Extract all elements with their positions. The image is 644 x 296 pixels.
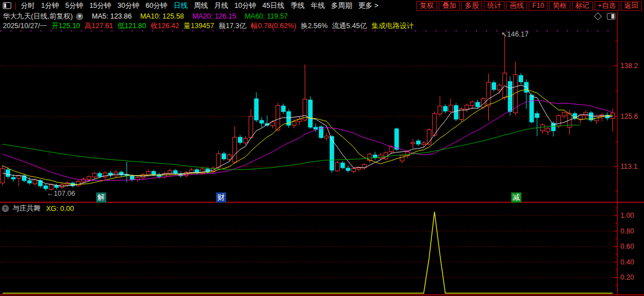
candle-body: [92, 173, 96, 177]
tdx-app: 分时1分钟5分钟15分钟30分钟60分钟日线周线月线10分钟45日线季线年线多周…: [0, 0, 644, 296]
ma-value-label: MA20: 126.15: [192, 12, 236, 20]
ma20-line: [3, 100, 613, 180]
candle-body: [260, 120, 264, 123]
candle-body: [217, 154, 220, 168]
candle-body: [6, 170, 10, 177]
action-button-画线[interactable]: 画线: [506, 1, 527, 11]
period-tab-更多 >[interactable]: 更多 >: [358, 1, 379, 11]
diamond-icon[interactable]: [594, 12, 602, 20]
candle-body: [222, 154, 226, 159]
candle-body: [519, 75, 523, 82]
period-tab-60分钟[interactable]: 60分钟: [146, 1, 168, 11]
candle-body: [584, 113, 588, 116]
candle-body: [254, 98, 258, 120]
period-tab-日线[interactable]: 日线: [174, 1, 188, 11]
window-layout-icon[interactable]: [3, 2, 11, 9]
price-axis-label: 0.80: [620, 227, 634, 235]
action-button-简框[interactable]: 简框: [550, 1, 570, 11]
info-item: 流通5.45亿: [332, 21, 367, 31]
period-tab-年线[interactable]: 年线: [310, 1, 325, 11]
symbol-header-row: 华大九天(日线,前复权) ▼ MA5: 123.86MA10: 125.58MA…: [3, 12, 288, 21]
candle-body: [454, 106, 458, 119]
candle-body: [146, 172, 150, 175]
watermark-badge: 解: [96, 192, 106, 203]
period-tab-10分钟[interactable]: 10分钟: [235, 1, 256, 11]
watermark-badge: 减: [511, 192, 521, 203]
candle-body: [17, 176, 21, 178]
candle-body: [281, 106, 285, 111]
candle-body: [335, 163, 339, 171]
action-button-多股[interactable]: 多股: [461, 1, 482, 11]
candle-body: [449, 105, 453, 111]
info-item: 额17.3亿: [219, 21, 246, 31]
period-tab-15分钟[interactable]: 15分钟: [89, 1, 111, 11]
candle-body: [11, 177, 15, 179]
action-button-F10[interactable]: F10: [529, 1, 548, 11]
candle-body: [82, 179, 85, 182]
header-corner-icons: [595, 13, 615, 20]
candlestick-chart-canvas[interactable]: [0, 0, 644, 296]
split-window-icon[interactable]: [607, 13, 615, 20]
watermark-badge: 财: [216, 192, 226, 203]
candle-body: [433, 114, 436, 136]
ma-values: MA5: 123.86MA10: 125.58MA20: 126.15MA60:…: [83, 12, 287, 20]
candle-body: [233, 137, 237, 162]
xg-indicator-line: [3, 212, 613, 293]
high-price-annotation: ↖146.17: [501, 30, 529, 38]
candle-body: [87, 177, 91, 180]
period-tab-30分钟[interactable]: 30分钟: [118, 1, 139, 11]
candle-body: [28, 181, 31, 183]
price-axis-label: 0.60: [620, 243, 634, 250]
period-tab-5分钟[interactable]: 5分钟: [65, 1, 83, 11]
chevron-down-icon[interactable]: ▼: [2, 205, 9, 212]
chevron-down-icon[interactable]: ▼: [76, 13, 83, 20]
candle-body: [195, 170, 199, 173]
candle-body: [497, 85, 501, 90]
candle-body: [530, 95, 534, 122]
price-axis-label: 113.1: [620, 163, 637, 171]
candle-body: [173, 171, 177, 173]
candle-body: [303, 99, 307, 120]
candle-body: [535, 114, 539, 118]
info-item: 2025/10/27/一: [3, 21, 47, 31]
info-item: 集成电路设计: [371, 21, 413, 31]
candle-body: [411, 142, 415, 143]
action-button-+自选[interactable]: +自选: [595, 1, 619, 11]
candle-body: [443, 106, 447, 111]
info-item: 收126.42: [151, 21, 179, 31]
period-tab-分时[interactable]: 分时: [21, 1, 35, 11]
ma60-line: [3, 125, 580, 169]
period-tab-1分钟[interactable]: 1分钟: [41, 1, 59, 11]
candle-body: [292, 122, 296, 125]
info-item: 高127.61: [84, 21, 113, 31]
candle-body: [227, 155, 231, 159]
candle-body: [76, 181, 80, 186]
price-axis-label: 0.20: [620, 273, 634, 281]
info-item: 量139457: [183, 21, 214, 31]
action-button-统计[interactable]: 统计: [484, 1, 505, 11]
candle-body: [238, 137, 242, 142]
period-tab-45日线[interactable]: 45日线: [263, 1, 285, 11]
candle-body: [33, 180, 37, 183]
candle-body: [249, 116, 253, 138]
period-tab-季线[interactable]: 季线: [290, 1, 304, 11]
candle-body: [271, 122, 274, 125]
info-item: 开125.10: [52, 21, 80, 31]
price-axis-label: 138.2: [620, 62, 638, 70]
action-button-叠加[interactable]: 叠加: [439, 1, 460, 11]
candle-body: [470, 102, 474, 105]
candle-body: [422, 143, 426, 145]
action-button-返回[interactable]: 返回: [621, 1, 642, 11]
ma10-line: [3, 89, 613, 185]
candle-body: [357, 168, 361, 169]
period-tab-月线[interactable]: 月线: [214, 1, 228, 11]
period-tab-周线[interactable]: 周线: [194, 1, 208, 11]
candle-body: [49, 185, 53, 190]
action-buttons: 复权叠加多股统计画线F10简框标记+自选返回: [415, 1, 644, 11]
candle-body: [400, 155, 404, 161]
candle-body: [352, 169, 355, 172]
action-button-标记[interactable]: 标记: [572, 1, 593, 11]
period-tab-多周期[interactable]: 多周期: [331, 1, 352, 11]
period-tabs: 分时1分钟5分钟15分钟30分钟60分钟日线周线月线10分钟45日线季线年线多周…: [21, 1, 385, 11]
action-button-复权[interactable]: 复权: [416, 1, 437, 11]
